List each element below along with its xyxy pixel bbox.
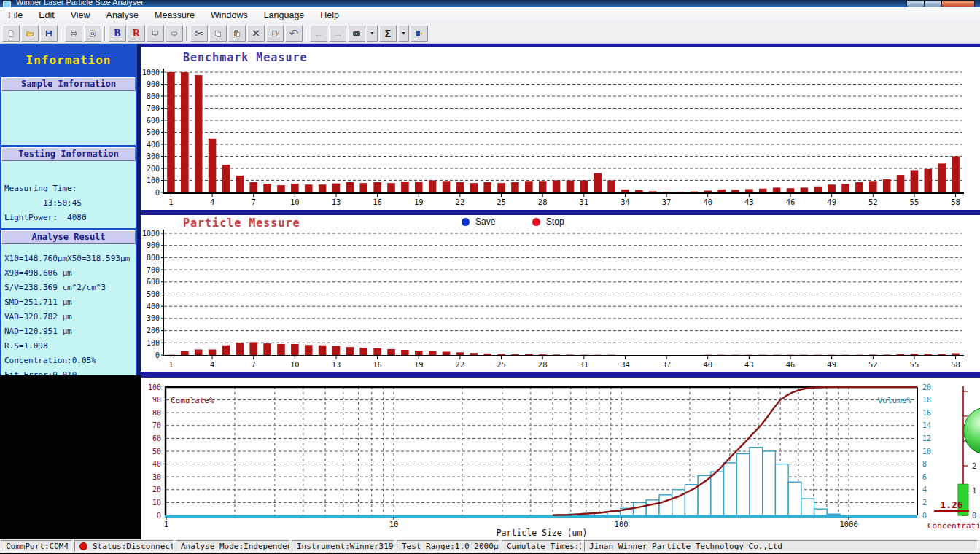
- svg-text:37: 37: [662, 360, 672, 369]
- status-item-6: Cumulate Times:10: [502, 540, 582, 552]
- svg-text:46: 46: [786, 360, 796, 369]
- exit-icon[interactable]: [411, 25, 428, 42]
- status-item-2: Status:Disconnected: [74, 540, 174, 552]
- svg-text:20: 20: [152, 485, 161, 493]
- svg-text:1: 1: [972, 486, 976, 495]
- bold-b-icon[interactable]: B: [109, 25, 126, 42]
- svg-text:800: 800: [147, 93, 160, 101]
- sidebar-header-analyse-result[interactable]: Analyse Result: [1, 230, 136, 244]
- menu-item-edit[interactable]: Edit: [31, 8, 63, 23]
- svg-text:Volume%: Volume%: [878, 396, 912, 405]
- svg-text:43: 43: [744, 360, 754, 369]
- svg-text:55: 55: [910, 360, 919, 369]
- minimize-button[interactable]: [906, 0, 925, 7]
- legend-save[interactable]: Save: [462, 216, 495, 227]
- menu-item-file[interactable]: File: [0, 8, 31, 23]
- info-line: NAD=120.951 μm: [1, 324, 136, 339]
- information-panel-title: Information: [0, 44, 137, 75]
- svg-text:52: 52: [868, 198, 878, 206]
- svg-text:Particle Size (um): Particle Size (um): [497, 528, 588, 538]
- svg-text:28: 28: [538, 360, 548, 369]
- sidebar-header-sample-information[interactable]: Sample Information: [1, 77, 136, 91]
- svg-text:300: 300: [147, 152, 160, 160]
- close-button[interactable]: [941, 0, 975, 7]
- menu-item-meassure[interactable]: Meassure: [147, 8, 203, 23]
- info-line: SMD=251.711 μm: [1, 295, 136, 310]
- sidebar-body-1: [1, 91, 136, 145]
- svg-text:7: 7: [252, 198, 256, 206]
- sidebar-header-testing-information[interactable]: Testing Information: [1, 147, 136, 161]
- svg-text:1000: 1000: [142, 69, 160, 77]
- svg-text:22: 22: [456, 360, 465, 369]
- svg-text:1000: 1000: [839, 520, 858, 528]
- svg-text:30: 30: [152, 473, 161, 481]
- svg-text:49: 49: [827, 360, 836, 369]
- menu-item-analyse[interactable]: Analyse: [98, 8, 147, 23]
- open-folder-icon[interactable]: [21, 25, 39, 42]
- undo-icon[interactable]: ↶: [285, 25, 303, 42]
- back-icon[interactable]: ←: [310, 25, 327, 42]
- distribution-chart-panel: 010203040506070809010002468101214161820C…: [141, 378, 980, 539]
- device-connect-icon[interactable]: [147, 25, 164, 42]
- info-line: X90=498.606 μm: [1, 266, 136, 281]
- svg-text:10: 10: [290, 360, 300, 369]
- svg-text:34: 34: [621, 360, 630, 369]
- panel-separator: [141, 210, 980, 215]
- maximize-button[interactable]: [924, 0, 942, 7]
- svg-text:25: 25: [497, 198, 506, 206]
- info-line: LightPower: 4080: [1, 211, 136, 225]
- delete-icon[interactable]: ×: [247, 25, 265, 42]
- benchmark-chart-panel: Benchmark Measure 0100200300400500600700…: [141, 44, 980, 210]
- stop-indicator-icon: [532, 218, 540, 226]
- sum-icon[interactable]: Σ: [379, 25, 397, 42]
- particle-chart-panel: Particle Messure Save Stop 0100200300400…: [141, 215, 980, 372]
- print-preview-icon[interactable]: [84, 25, 101, 42]
- menu-item-view[interactable]: View: [63, 8, 98, 23]
- title-bar: Winner Laser Particle Size Analyser: [0, 0, 980, 7]
- distribution-chart: 010203040506070809010002468101214161820C…: [141, 378, 980, 539]
- menu-item-windows[interactable]: Windows: [203, 8, 256, 23]
- svg-text:900: 900: [147, 80, 160, 88]
- camera-icon[interactable]: [348, 25, 365, 42]
- svg-text:55: 55: [910, 198, 919, 206]
- status-item-7: Jinan Winner Particle Technology Co.,Ltd: [584, 540, 978, 552]
- svg-text:37: 37: [662, 198, 672, 206]
- paste-icon[interactable]: [228, 25, 246, 42]
- svg-text:900: 900: [147, 241, 160, 249]
- svg-text:Cumulate%: Cumulate%: [171, 396, 214, 405]
- toolbar-separator: [306, 26, 307, 41]
- svg-text:400: 400: [147, 303, 160, 311]
- menu-item-help[interactable]: Help: [312, 8, 347, 23]
- device-settings-icon[interactable]: [166, 25, 183, 42]
- svg-text:1: 1: [168, 198, 173, 206]
- save-icon[interactable]: [40, 25, 58, 42]
- forward-icon[interactable]: →: [329, 25, 346, 42]
- particle-chart: 0100200300400500600700800900100014710131…: [141, 215, 980, 372]
- connection-status-icon: [79, 542, 88, 550]
- svg-text:4: 4: [922, 485, 927, 493]
- info-line: S/V=238.369 cm^2/cm^3: [1, 281, 136, 295]
- cut-icon[interactable]: ✂: [190, 25, 208, 42]
- legend-stop-label: Stop: [546, 216, 564, 227]
- properties-icon[interactable]: [266, 25, 284, 42]
- camera-dropdown-icon[interactable]: ▼: [367, 25, 378, 42]
- sidebar-empty-area: [0, 375, 141, 539]
- sum-dropdown-icon[interactable]: ▼: [398, 25, 409, 42]
- print-icon[interactable]: [65, 25, 82, 42]
- legend-stop[interactable]: Stop: [532, 216, 564, 227]
- svg-text:25: 25: [497, 360, 506, 369]
- particle-chart-title: Particle Messure: [183, 216, 300, 230]
- svg-text:300: 300: [147, 314, 160, 322]
- info-line: X10=148.760μmX50=318.593μm: [1, 251, 136, 266]
- new-document-icon[interactable]: [2, 25, 20, 42]
- svg-text:10: 10: [290, 198, 300, 206]
- copy-icon[interactable]: [209, 25, 227, 42]
- toolbar-separator: [186, 26, 187, 41]
- menu-item-language[interactable]: Language: [256, 8, 313, 23]
- svg-text:700: 700: [147, 266, 160, 274]
- svg-text:4: 4: [210, 198, 214, 206]
- window-title: Winner Laser Particle Size Analyser: [16, 0, 144, 7]
- bold-r-icon[interactable]: R: [128, 25, 145, 42]
- main-area: Information Sample InformationTesting In…: [0, 44, 980, 539]
- svg-text:22: 22: [456, 198, 465, 206]
